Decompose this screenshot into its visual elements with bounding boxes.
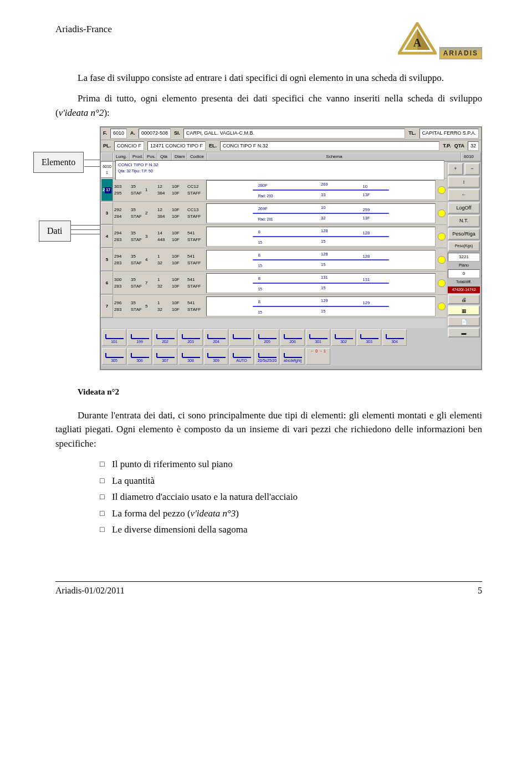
intro-p2b: v'ideata n°2: [59, 108, 104, 118]
shape-button[interactable]: abcdefghij: [280, 348, 305, 365]
table-row[interactable]: 429428335STAF31444810F10F541STAFF8128151…: [101, 225, 447, 248]
logoff-button[interactable]: LogOff: [448, 202, 480, 214]
shape-button[interactable]: 302: [331, 329, 356, 346]
page-footer: Ariadis-01/02/2011 5: [55, 581, 482, 597]
shape-button[interactable]: 20/5s25/20: [255, 348, 279, 365]
intro-p2: Prima di tutto, ogni elemento presenta d…: [55, 91, 482, 120]
fld-PL[interactable]: CONCIO F: [114, 141, 144, 151]
shape-button[interactable]: 203: [178, 329, 203, 346]
row-header[interactable]: 60101 CONCI TIPO F N.32 Qta: 32 Tipo: T.…: [101, 162, 447, 178]
svg-text:13F: 13F: [363, 216, 370, 221]
svg-text:128: 128: [363, 254, 370, 259]
logo-text: ARIADIS: [439, 47, 482, 59]
body-p2: Durante l'entrata dei dati, ci sono prin…: [55, 408, 482, 451]
shape-button[interactable]: 301: [306, 329, 330, 346]
schema-sub: Qta: 32 Tipo: T.P. 50: [118, 168, 153, 175]
list-item: La forma del pezzo (v'ideata n°3): [100, 506, 482, 521]
svg-text:15: 15: [258, 310, 263, 314]
shape-button[interactable]: 309: [204, 348, 228, 365]
annotated-screenshot: Elemento Dati F. 6010 A. 000072-508 SI. …: [55, 126, 482, 376]
intro-p1: La fase di sviluppo consiste ad entrare …: [55, 71, 482, 85]
page-header: Ariadis-France A ARIADIS: [55, 22, 482, 60]
shape-button[interactable]: 202: [153, 329, 177, 346]
svg-text:15: 15: [258, 240, 263, 244]
table-row[interactable]: 729628335STAF513210F10F541STAFF812915151…: [101, 295, 447, 318]
svg-text:10: 10: [321, 205, 325, 210]
li4c: ): [236, 508, 239, 519]
svg-text:15: 15: [321, 262, 325, 267]
svg-text:15: 15: [321, 309, 325, 314]
fld-SI[interactable]: CARPI, GALL. VAGLIA-C.M.B.: [183, 129, 405, 139]
shape-button[interactable]: 306: [127, 348, 152, 365]
totaldiff-label: Total/diff.: [448, 279, 480, 285]
shape-button[interactable]: 204: [204, 329, 228, 346]
table-row[interactable]: 329228435STAF21238410F10FCC13STAFF269F10…: [101, 202, 447, 225]
intro-p2a: Prima di tutto, ogni elemento presenta d…: [55, 93, 482, 118]
doc-button[interactable]: 📄: [448, 316, 480, 326]
list-item: Il diametro d'acciaio usato e la natura …: [100, 490, 482, 504]
shape-button[interactable]: [229, 329, 254, 346]
list-item: Il punto di riferimento sul piano: [100, 457, 482, 472]
svg-text:10: 10: [363, 184, 367, 189]
shape-palette-2: 305306307308309AUTO20/5s25/20abcdefghij←…: [101, 347, 481, 366]
totaldiff-value: 47420/-14742: [448, 286, 480, 294]
shape-button[interactable]: 199: [127, 329, 152, 346]
fld-A[interactable]: 000072-508: [139, 129, 171, 139]
lbl-F: F.: [103, 130, 107, 137]
callout-elemento: Elemento: [33, 152, 84, 173]
svg-text:269: 269: [321, 182, 328, 187]
svg-text:15: 15: [321, 239, 325, 244]
table-row[interactable]: 630028335STAF713210F10F541STAFF813115151…: [101, 272, 447, 295]
svg-text:A: A: [413, 37, 422, 49]
pesoriga-button[interactable]: Peso/Riga: [448, 228, 480, 240]
table-row[interactable]: 529428335STAF413210F10F541STAFF812815151…: [101, 248, 447, 272]
schema-title: CONCI TIPO F N.32: [118, 162, 158, 168]
fld-EL[interactable]: CONCI TIPO F N.32: [220, 141, 439, 151]
svg-text:259: 259: [363, 207, 370, 212]
shape-button[interactable]: 206: [280, 329, 305, 346]
shape-button[interactable]: 101: [102, 329, 126, 346]
fld-F[interactable]: 6010: [110, 129, 127, 139]
shape-button[interactable]: AUTO: [229, 348, 254, 365]
list-item: Le diverse dimensioni della sagoma: [100, 523, 482, 537]
piano-label: Piano: [448, 263, 480, 269]
folder-button[interactable]: ▬: [448, 327, 480, 337]
updown-button[interactable]: ↕: [448, 176, 480, 188]
body-area: 60101 CONCI TIPO F N.32 Qta: 32 Tipo: T.…: [101, 162, 481, 328]
callout-dati: Dati: [39, 221, 71, 242]
grid-button[interactable]: ▦: [448, 305, 480, 315]
pesokgs-value: 3221: [448, 253, 480, 262]
shape-button[interactable]: 305: [102, 348, 126, 365]
fld-TL[interactable]: CAPITAL FERRO S.P.A.: [420, 129, 479, 139]
svg-text:131: 131: [363, 277, 370, 282]
shape-button[interactable]: 307: [153, 348, 177, 365]
data-rows: 60101 CONCI TIPO F N.32 Qta: 32 Tipo: T.…: [101, 162, 447, 328]
shape-button[interactable]: 303: [357, 329, 381, 346]
arrow-indicator[interactable]: ← 0 → 1: [306, 348, 330, 365]
intro-p2c: ):: [104, 108, 109, 118]
app-window: F. 6010 A. 000072-508 SI. CARPI, GALL. V…: [100, 126, 482, 370]
lbl-A: A.: [130, 130, 135, 137]
shape-button[interactable]: 308: [178, 348, 203, 365]
shape-button[interactable]: 205: [255, 329, 279, 346]
pesokgs-label: Peso(Kgs): [448, 241, 480, 252]
plus-button[interactable]: +: [448, 163, 463, 175]
svg-text:269F: 269F: [258, 206, 268, 211]
li4b: v'ideata n°3: [191, 508, 236, 519]
nt-button[interactable]: N.T.: [448, 215, 480, 227]
shape-button[interactable]: 304: [382, 329, 407, 346]
svg-text:Rad: 293: Rad: 293: [258, 194, 273, 198]
svg-text:129: 129: [363, 300, 370, 305]
back-button[interactable]: ←: [448, 189, 480, 201]
print-button[interactable]: 🖨: [448, 294, 480, 304]
lbl-PL: PL.: [103, 142, 111, 150]
svg-text:128: 128: [363, 231, 370, 236]
svg-text:15: 15: [258, 264, 263, 268]
svg-text:15: 15: [258, 287, 263, 291]
fld-QTA[interactable]: 32: [468, 141, 479, 151]
minus-button[interactable]: −: [464, 163, 480, 175]
fld-code[interactable]: 12471 CONCIO TIPO F: [147, 141, 206, 151]
svg-text:128: 128: [321, 252, 328, 257]
table-row[interactable]: 21730329535STAF11238410F10FCC12STAFF280F…: [101, 178, 447, 202]
svg-text:8: 8: [258, 299, 260, 304]
